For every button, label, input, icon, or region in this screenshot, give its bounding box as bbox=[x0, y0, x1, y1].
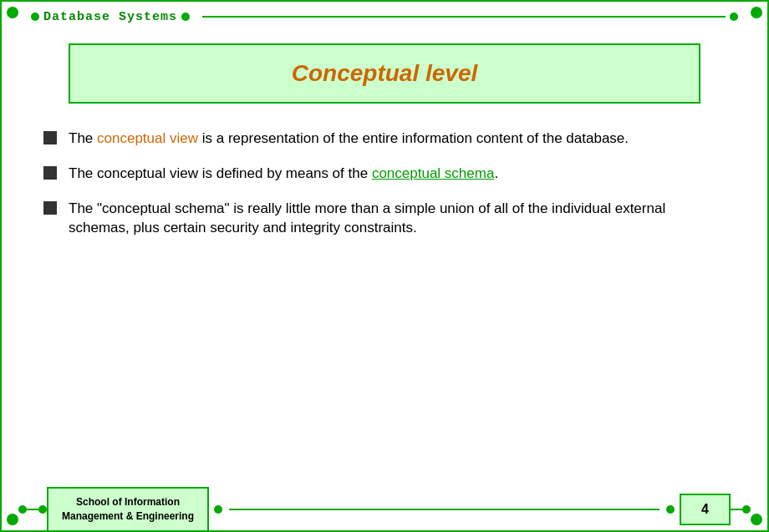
bottom-dot-right bbox=[742, 505, 751, 514]
bullet-square-1 bbox=[43, 131, 57, 144]
bottom-left bbox=[18, 505, 47, 514]
top-bar-dot-right bbox=[181, 13, 190, 21]
bullet-item-2: The conceptual view is defined by means … bbox=[43, 164, 726, 184]
school-name-line1: School of Information bbox=[62, 495, 194, 509]
bullet-item-1: The conceptual view is a representation … bbox=[43, 129, 726, 149]
bottom-dot-left bbox=[38, 505, 47, 514]
header-title: Database Systems bbox=[43, 10, 177, 24]
top-bar-dot-left bbox=[31, 13, 39, 21]
school-box: School of Information Management & Engin… bbox=[47, 487, 209, 532]
bottom-right bbox=[731, 505, 751, 514]
bottom-line-short-left bbox=[27, 509, 38, 510]
slide: Database Systems Conceptual level The co… bbox=[0, 0, 769, 532]
bullet-square-3 bbox=[43, 201, 57, 215]
top-bar-dot-end bbox=[730, 13, 738, 21]
bottom-dot-after-school bbox=[214, 505, 222, 514]
bullet-item-3: The "conceptual schema" is really little… bbox=[43, 199, 726, 239]
slide-content: Conceptual level The conceptual view is … bbox=[18, 35, 751, 480]
title-box: Conceptual level bbox=[69, 43, 700, 104]
top-bar: Database Systems bbox=[2, 2, 767, 32]
bullet-square-2 bbox=[43, 166, 57, 180]
slide-title: Conceptual level bbox=[292, 60, 478, 86]
bottom-line-short-right bbox=[731, 509, 742, 510]
bottom-dot-before-page bbox=[666, 505, 675, 514]
page-number-box: 4 bbox=[680, 494, 731, 525]
school-name-line2: Management & Engineering bbox=[62, 509, 194, 524]
highlight-conceptual-view: conceptual view bbox=[97, 130, 198, 146]
bullet-text-2: The conceptual view is defined by means … bbox=[69, 164, 498, 184]
bottom-dot-far-left bbox=[18, 505, 27, 514]
page-number: 4 bbox=[701, 502, 709, 516]
bottom-bar: School of Information Management & Engin… bbox=[2, 489, 767, 530]
bullet-list: The conceptual view is a representation … bbox=[43, 129, 726, 238]
bullet-text-3: The "conceptual schema" is really little… bbox=[69, 199, 726, 239]
highlight-conceptual-schema: conceptual schema bbox=[372, 165, 494, 181]
bullet-text-1: The conceptual view is a representation … bbox=[69, 129, 629, 149]
bottom-line-middle bbox=[229, 509, 660, 510]
top-bar-line bbox=[202, 16, 726, 18]
